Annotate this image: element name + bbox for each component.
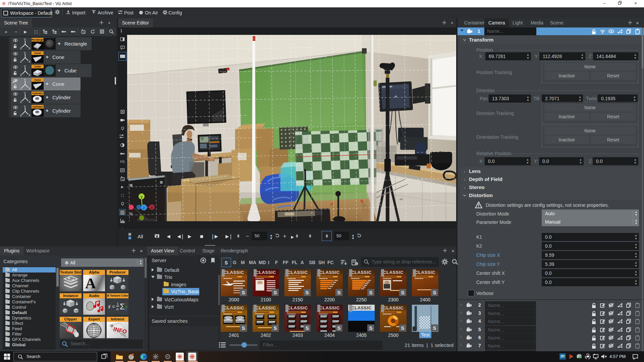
svg-text:x: x bbox=[151, 205, 153, 210]
svg-text:x̄ =: x̄ = bbox=[108, 304, 115, 309]
svg-text:Z: Z bbox=[20, 87, 22, 90]
svg-text:1: 1 bbox=[117, 302, 119, 306]
svg-text:Z: Z bbox=[20, 114, 22, 117]
svg-text:n: n bbox=[116, 307, 118, 311]
svg-text:INFO: INFO bbox=[113, 326, 127, 335]
svg-text:Z: Z bbox=[20, 100, 22, 103]
svg-text:Z: Z bbox=[20, 73, 22, 76]
svg-text:Y: Y bbox=[24, 78, 26, 81]
svg-text:Y: Y bbox=[24, 92, 26, 95]
svg-text:i: i bbox=[356, 262, 357, 265]
svg-text:X: X bbox=[29, 114, 31, 117]
svg-text:Z: Z bbox=[20, 47, 22, 50]
svg-text:Y: Y bbox=[24, 65, 26, 68]
svg-text:Σ: Σ bbox=[120, 302, 125, 311]
svg-text:X: X bbox=[29, 100, 31, 103]
svg-text:b: b bbox=[125, 308, 127, 312]
svg-text:Z: Z bbox=[20, 60, 22, 63]
svg-text:X: X bbox=[29, 47, 31, 50]
svg-text:Y: Y bbox=[24, 51, 26, 55]
svg-text:Y: Y bbox=[24, 105, 26, 108]
svg-text:X: X bbox=[29, 60, 31, 63]
svg-text:G: G bbox=[83, 31, 85, 34]
svg-text:Y: Y bbox=[24, 38, 26, 41]
svg-text:i: i bbox=[122, 46, 122, 48]
svg-text:z: z bbox=[143, 205, 145, 210]
svg-text:X: X bbox=[29, 73, 31, 76]
svg-text:y: y bbox=[141, 194, 143, 199]
svg-text:X: X bbox=[29, 87, 31, 90]
svg-text:G: G bbox=[122, 178, 124, 181]
